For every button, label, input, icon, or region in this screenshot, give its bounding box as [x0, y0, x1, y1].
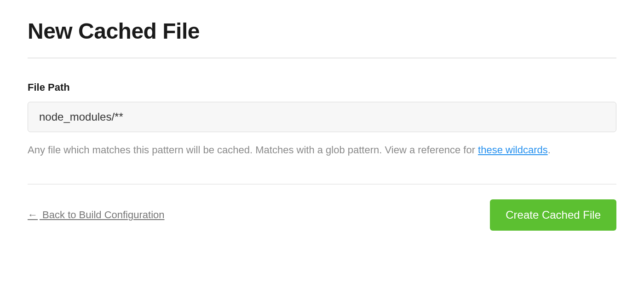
help-text-after: .: [548, 144, 551, 156]
back-link-label: Back to Build Configuration: [40, 209, 165, 221]
file-path-help: Any file which matches this pattern will…: [28, 141, 616, 158]
divider-bottom: [28, 184, 616, 185]
arrow-left-icon: ←: [28, 209, 38, 221]
footer-row: ← Back to Build Configuration Create Cac…: [28, 199, 616, 231]
create-cached-file-button[interactable]: Create Cached File: [490, 199, 616, 231]
help-text-before: Any file which matches this pattern will…: [28, 144, 478, 156]
page-title: New Cached File: [28, 18, 616, 44]
divider-top: [28, 58, 616, 58]
file-path-label: File Path: [28, 81, 616, 93]
wildcards-link[interactable]: these wildcards: [478, 144, 548, 156]
back-link[interactable]: ← Back to Build Configuration: [28, 209, 165, 221]
file-path-input[interactable]: [28, 102, 616, 132]
